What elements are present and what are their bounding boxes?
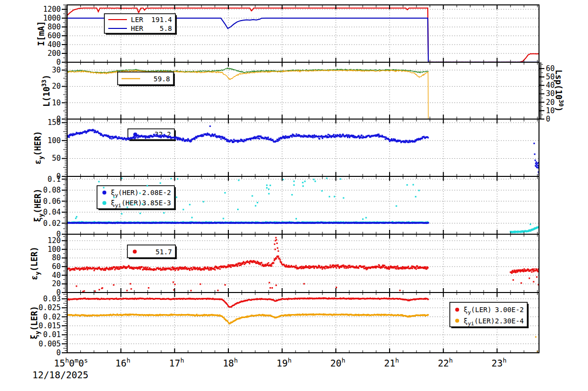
legend-dot-marker bbox=[455, 319, 459, 323]
y-tick-label: 400 bbox=[48, 40, 61, 49]
legend-label: LER bbox=[131, 16, 144, 24]
accelerator-status-page: 020040060080010001200I[mA]LER191.4HER5.8… bbox=[0, 0, 588, 391]
x-tick-label: 23h bbox=[491, 357, 507, 368]
y-tick-label: 0.01 bbox=[43, 330, 61, 339]
y-tick-label: 60 bbox=[546, 64, 555, 73]
y-tick-label: 0 bbox=[56, 348, 61, 357]
y-tick-label: 150 bbox=[48, 118, 61, 127]
y-tick-label: 120 bbox=[48, 236, 61, 245]
y-axis-title: εy(LER) bbox=[29, 246, 41, 280]
y-axis: 020406080100120 bbox=[48, 234, 67, 297]
legend-value: 3.85E-3 bbox=[142, 199, 171, 207]
y-tick-label: 20 bbox=[546, 98, 555, 107]
luminosity-legend: 59.8 bbox=[118, 72, 175, 86]
x-tick-label: 16h bbox=[115, 357, 130, 368]
y-axis-title: εy(HER) bbox=[33, 131, 45, 165]
x-tick-label: 20h bbox=[330, 357, 345, 368]
legend-dot-marker bbox=[133, 250, 137, 254]
x-ticks bbox=[80, 234, 537, 293]
x-tick-label: 18h bbox=[223, 357, 238, 368]
y-axis: 020040060080010001200 bbox=[43, 5, 67, 67]
x-tick-label: 17h bbox=[169, 357, 184, 368]
y-axis: 00.020.040.060.080.1 bbox=[43, 175, 67, 239]
y-tick-label: 0.025 bbox=[39, 303, 61, 312]
svg-text:L(1033): L(1033) bbox=[41, 74, 51, 107]
panel-frame bbox=[67, 119, 539, 176]
y-tick-label: 600 bbox=[48, 31, 61, 40]
legend-dot-marker bbox=[102, 191, 106, 195]
y-tick-label: 0.02 bbox=[43, 219, 61, 228]
y-tick-label: 30 bbox=[52, 66, 61, 74]
y-tick-label: 20 bbox=[52, 82, 61, 91]
y-tick-label: 40 bbox=[52, 271, 61, 280]
y-axis: 0102030 bbox=[52, 64, 67, 123]
series-ey-LER-tail bbox=[510, 269, 539, 286]
y-tick-label: 0.015 bbox=[39, 321, 61, 330]
panel-emittance-her: 32.2050100150εy(HER) bbox=[33, 118, 540, 181]
y-tick-label: 100 bbox=[48, 245, 61, 254]
panel-emittance-ler: 020406080100120εy(LER)51.7 bbox=[29, 234, 540, 297]
series-xiyi-HER-tail bbox=[510, 223, 539, 233]
y-tick-label: 200 bbox=[48, 49, 61, 58]
x-axis-labels: 15h0m0s16h17h18h19h20h21h22h23h bbox=[54, 357, 507, 368]
legend-value: 3.00E-2 bbox=[495, 306, 524, 314]
x-ticks bbox=[80, 119, 537, 176]
y-axis-title: I[mA] bbox=[36, 21, 46, 46]
panel-luminosity: 0102030L(1033)0102030405060Lsp(1030)59.8 bbox=[41, 62, 564, 123]
y-tick-label: 1200 bbox=[43, 5, 61, 14]
y-tick-label: 0.08 bbox=[43, 186, 61, 195]
x-tick-label: 19h bbox=[276, 357, 292, 368]
emittance-ler-legend: 51.7 bbox=[127, 245, 177, 259]
legend-value: 191.4 bbox=[151, 16, 172, 24]
y-tick-label: 20 bbox=[52, 279, 61, 288]
y-tick-label: 10 bbox=[52, 98, 61, 107]
panel-beam-current: 020040060080010001200I[mA]LER191.4HER5.8 bbox=[36, 5, 539, 67]
legend-value: 5.8 bbox=[160, 24, 172, 32]
panel-xi-her: ξy(HER)2.08E-2ξyi(HER)3.85E-300.020.040.… bbox=[33, 175, 539, 239]
legend-dot-marker bbox=[102, 201, 106, 205]
right-axis-title: Lsp(1030) bbox=[554, 70, 564, 112]
y-tick-label: 0.02 bbox=[43, 313, 61, 321]
y-axis: 050100150 bbox=[48, 118, 67, 181]
xi-ler-legend: ξy(LER)3.00E-2ξyi(LER)2.30E-4 bbox=[450, 302, 529, 328]
legend-value: 2.30E-4 bbox=[495, 317, 524, 325]
svg-text:εy(HER): εy(HER) bbox=[33, 131, 45, 165]
y-tick-label: 80 bbox=[52, 253, 61, 262]
y-tick-label: 0.04 bbox=[43, 208, 61, 217]
legend-value: 2.08E-2 bbox=[142, 189, 171, 196]
y-tick-label: 0.03 bbox=[43, 294, 61, 303]
beam-current-legend: LER191.4HER5.8 bbox=[104, 14, 177, 35]
y-tick-label: 0.005 bbox=[39, 340, 61, 348]
y-tick-label: 40 bbox=[546, 81, 555, 90]
svg-text:εy(LER): εy(LER) bbox=[29, 246, 41, 280]
accelerator-status-chart: 020040060080010001200I[mA]LER191.4HER5.8… bbox=[0, 0, 588, 391]
right-axis: 0102030405060 bbox=[539, 63, 555, 123]
y-tick-label: 0.06 bbox=[43, 197, 61, 206]
x-tick-label: 22h bbox=[438, 357, 453, 368]
legend-value: 59.8 bbox=[153, 75, 170, 83]
y-tick-label: 10 bbox=[546, 106, 555, 115]
y-tick-label: 50 bbox=[52, 154, 61, 163]
date-label: 12/18/2025 bbox=[32, 369, 88, 380]
panel-xi-ler: 00.0050.010.0150.020.0250.03ξy(LER)ξy(LE… bbox=[29, 293, 539, 357]
y-axis-title: L(1033) bbox=[41, 74, 51, 107]
x-tick-label: 21h bbox=[384, 357, 399, 368]
y-axis: 00.0050.010.0150.020.0250.03 bbox=[39, 294, 67, 357]
y-tick-label: 800 bbox=[48, 23, 61, 31]
legend-label: HER bbox=[131, 24, 144, 32]
y-tick-label: 50 bbox=[546, 73, 555, 81]
legend-value: 51.7 bbox=[155, 248, 172, 256]
svg-text:I[mA]: I[mA] bbox=[36, 21, 46, 46]
gridlines bbox=[67, 119, 539, 176]
y-tick-label: 60 bbox=[52, 262, 61, 271]
svg-text:Lsp(1030): Lsp(1030) bbox=[554, 70, 564, 112]
y-tick-label: 0.1 bbox=[48, 175, 61, 184]
y-tick-label: 0 bbox=[546, 115, 550, 123]
legend-dot-marker bbox=[455, 308, 459, 312]
xi-her-legend: ξy(HER)2.08E-2ξyi(HER)3.85E-3 bbox=[97, 186, 176, 210]
y-tick-label: 30 bbox=[546, 89, 555, 98]
gridlines bbox=[67, 234, 539, 293]
x-tick-label: 15h0m0s bbox=[54, 357, 88, 368]
y-tick-label: 100 bbox=[48, 136, 61, 145]
